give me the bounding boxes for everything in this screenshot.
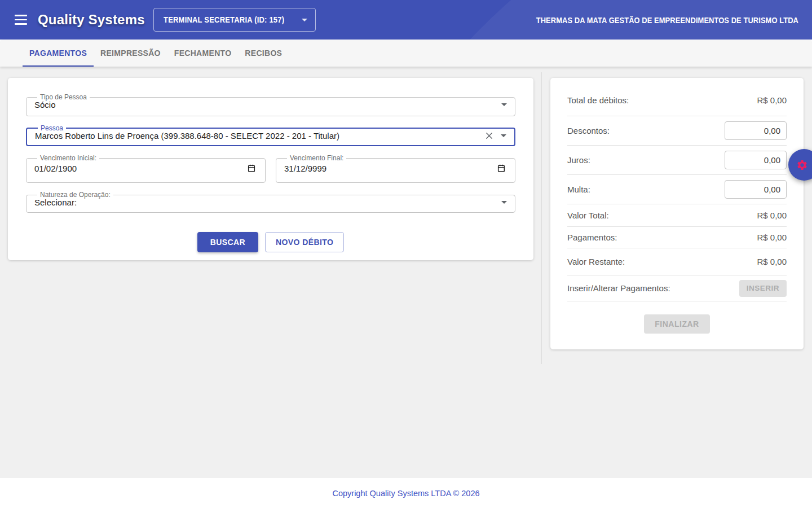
multa-label: Multa: <box>567 185 590 194</box>
calendar-icon <box>247 164 256 173</box>
page-root: Quality Systems TERMINAL SECRETARIA (ID:… <box>0 0 812 508</box>
open-date-picker-button[interactable] <box>496 163 507 174</box>
chevron-down-icon <box>501 103 507 106</box>
tab-recibos[interactable]: RECIBOS <box>238 40 289 67</box>
form-buttons-row: BUSCAR NOVO DÉBITO <box>26 232 515 252</box>
chevron-down-icon <box>501 134 506 137</box>
gear-icon <box>796 159 808 171</box>
open-date-picker-button[interactable] <box>246 163 257 174</box>
buscar-button[interactable]: BUSCAR <box>197 232 258 252</box>
multa-row: Multa: <box>567 175 787 204</box>
chevron-down-icon <box>501 201 507 204</box>
app-title: Quality Systems <box>38 12 145 28</box>
pagamentos-row: Pagamentos: R$ 0,00 <box>567 227 787 248</box>
novo-debito-button[interactable]: NOVO DÉBITO <box>265 232 344 252</box>
finalizar-row: FINALIZAR <box>567 301 787 334</box>
app-header: Quality Systems TERMINAL SECRETARIA (ID:… <box>0 0 812 40</box>
payment-summary-panel: Total de débitos: R$ 0,00 Descontos: Jur… <box>550 78 804 349</box>
tab-reimpressao[interactable]: REIMPRESSÃO <box>94 40 167 67</box>
vencimento-inicial-input[interactable] <box>34 164 240 173</box>
valor-restante-value: R$ 0,00 <box>757 257 787 266</box>
valor-total-row: Valor Total: R$ 0,00 <box>567 204 787 227</box>
search-panel: Tipo de Pessoa Sócio Pessoa Marcos Rober… <box>8 78 533 260</box>
valor-restante-label: Valor Restante: <box>567 257 625 266</box>
menu-button[interactable] <box>15 12 27 27</box>
finalizar-button[interactable]: FINALIZAR <box>644 314 709 334</box>
search-form: Tipo de Pessoa Sócio Pessoa Marcos Rober… <box>8 78 533 252</box>
pagamentos-label: Pagamentos: <box>567 233 617 242</box>
terminal-select-value: TERMINAL SECRETARIA (ID: 157) <box>164 15 292 24</box>
inserir-button[interactable]: INSERIR <box>739 280 787 297</box>
total-debitos-label: Total de débitos: <box>567 95 629 105</box>
vencimento-final-label: Vencimento Final: <box>287 155 346 161</box>
inserir-pagamentos-row: Inserir/Alterar Pagamentos: INSERIR <box>567 275 787 301</box>
descontos-row: Descontos: <box>567 116 787 146</box>
descontos-input[interactable] <box>725 121 787 140</box>
summary-list: Total de débitos: R$ 0,00 Descontos: Jur… <box>550 78 804 334</box>
close-icon <box>484 131 494 141</box>
tipo-pessoa-value: Sócio <box>34 100 496 110</box>
calendar-icon <box>497 164 506 173</box>
vencimento-inicial-field[interactable]: Vencimento Inicial: <box>26 155 266 183</box>
tab-fechamento[interactable]: FECHAMENTO <box>167 40 239 67</box>
juros-input[interactable] <box>725 151 787 169</box>
tipo-pessoa-select[interactable]: Tipo de Pessoa Sócio <box>26 94 515 116</box>
pagamentos-value: R$ 0,00 <box>757 233 787 242</box>
inserir-pagamentos-label: Inserir/Alterar Pagamentos: <box>567 283 670 293</box>
juros-label: Juros: <box>567 155 590 165</box>
company-name: THERMAS DA MATA GESTÃO DE EMPREENDIMENTO… <box>536 15 798 25</box>
panel-divider <box>541 72 542 364</box>
page-footer: Copyright Quality Systems LTDA © 2026 <box>0 478 812 508</box>
valor-total-label: Valor Total: <box>567 211 609 220</box>
chevron-down-icon <box>302 19 307 21</box>
vencimento-final-input[interactable] <box>284 164 490 173</box>
vencimento-final-field[interactable]: Vencimento Final: <box>276 155 515 183</box>
pessoa-select[interactable]: Pessoa Marcos Roberto Lins de Proença (3… <box>26 125 515 146</box>
valor-restante-row: Valor Restante: R$ 0,00 <box>567 248 787 275</box>
tab-bar: PAGAMENTOS REIMPRESSÃO FECHAMENTO RECIBO… <box>0 40 812 67</box>
copyright-text: Copyright Quality Systems LTDA © 2026 <box>332 489 479 498</box>
natureza-operacao-select[interactable]: Natureza de Operação: Selecionar: <box>26 191 515 213</box>
main-content: Tipo de Pessoa Sócio Pessoa Marcos Rober… <box>0 67 812 478</box>
vencimento-inicial-label: Vencimento Inicial: <box>37 155 99 161</box>
clear-pessoa-button[interactable] <box>483 130 495 142</box>
tab-pagamentos[interactable]: PAGAMENTOS <box>23 40 94 67</box>
dates-row: Vencimento Inicial: Ven <box>26 155 515 183</box>
descontos-label: Descontos: <box>567 126 610 135</box>
hamburger-icon <box>15 15 27 16</box>
valor-total-value: R$ 0,00 <box>757 211 787 220</box>
total-debitos-row: Total de débitos: R$ 0,00 <box>567 78 787 116</box>
total-debitos-value: R$ 0,00 <box>757 95 787 105</box>
multa-input[interactable] <box>725 180 787 199</box>
natureza-operacao-value: Selecionar: <box>34 198 496 207</box>
terminal-select[interactable]: TERMINAL SECRETARIA (ID: 157) <box>153 8 316 32</box>
juros-row: Juros: <box>567 146 787 175</box>
pessoa-value: Marcos Roberto Lins de Proença (399.388.… <box>35 131 478 141</box>
